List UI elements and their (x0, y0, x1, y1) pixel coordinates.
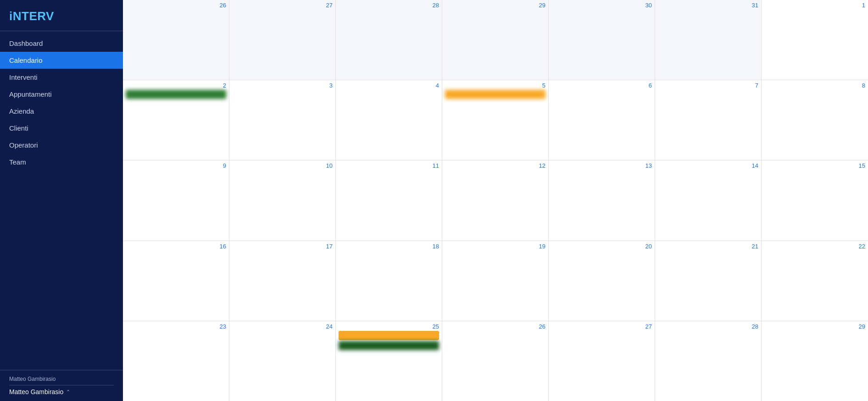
day-number[interactable]: 15 (764, 162, 865, 169)
calendar-day: 31 (655, 0, 762, 80)
day-number[interactable]: 9 (126, 162, 226, 169)
calendar-week-1: 2 345 678 (123, 80, 868, 160)
day-number[interactable]: 24 (232, 323, 333, 330)
calendar-day: 4 (336, 80, 442, 160)
calendar-day: 3 (229, 80, 336, 160)
event-bar[interactable] (445, 90, 545, 99)
calendar-day: 27 (549, 321, 655, 401)
day-number[interactable]: 8 (764, 82, 865, 89)
calendar-day: 7 (655, 80, 762, 160)
calendar-day: 10 (229, 160, 336, 240)
day-number[interactable]: 29 (445, 2, 545, 9)
calendar-week-4: 232425 26272829 (123, 321, 868, 401)
calendar-day: 20 (549, 241, 655, 321)
sidebar-item-dashboard[interactable]: Dashboard (0, 35, 123, 52)
user-name-large-text: Matteo Gambirasio (9, 388, 63, 396)
day-number[interactable]: 10 (232, 162, 333, 169)
calendar-day: 9 (123, 160, 229, 240)
calendar-day: 26 (442, 321, 549, 401)
chevron-up-icon: ⌃ (66, 389, 70, 395)
calendar-day: 6 (549, 80, 655, 160)
day-number[interactable]: 7 (658, 82, 758, 89)
day-number[interactable]: 13 (551, 162, 652, 169)
day-number[interactable]: 22 (764, 243, 865, 250)
calendar-day: 1 (762, 0, 868, 80)
calendar-day: 5 (442, 80, 549, 160)
calendar-day: 25 (336, 321, 442, 401)
calendar-day: 12 (442, 160, 549, 240)
calendar-day: 21 (655, 241, 762, 321)
day-number[interactable]: 19 (445, 243, 545, 250)
sidebar-item-appuntamenti[interactable]: Appuntamenti (0, 86, 123, 103)
calendar-day: 28 (336, 0, 442, 80)
day-number[interactable]: 12 (445, 162, 545, 169)
calendar-day: 8 (762, 80, 868, 160)
day-number[interactable]: 26 (445, 323, 545, 330)
user-name-small: Matteo Gambirasio (9, 376, 114, 382)
calendar-day: 15 (762, 160, 868, 240)
calendar-week-2: 9101112131415 (123, 160, 868, 241)
day-number[interactable]: 25 (339, 323, 439, 330)
app-logo: iNTERV (0, 0, 123, 31)
sidebar-bottom: Matteo Gambirasio Matteo Gambirasio ⌃ (0, 370, 123, 401)
day-number[interactable]: 14 (658, 162, 758, 169)
calendar-day: 2 (123, 80, 229, 160)
sidebar-item-interventi[interactable]: Interventi (0, 69, 123, 86)
calendar-day: 30 (549, 0, 655, 80)
day-number[interactable]: 30 (551, 2, 652, 9)
day-number[interactable]: 6 (551, 82, 652, 89)
day-number[interactable]: 4 (339, 82, 439, 89)
calendar-day: 11 (336, 160, 442, 240)
calendar-week-0: 2627282930311 (123, 0, 868, 80)
day-number[interactable]: 27 (232, 2, 333, 9)
sidebar: iNTERV DashboardCalendarioInterventiAppu… (0, 0, 123, 401)
calendar-day: 29 (762, 321, 868, 401)
calendar-day: 24 (229, 321, 336, 401)
calendar-day: 22 (762, 241, 868, 321)
day-number[interactable]: 31 (658, 2, 758, 9)
calendar-day: 14 (655, 160, 762, 240)
day-number[interactable]: 28 (658, 323, 758, 330)
sidebar-nav: DashboardCalendarioInterventiAppuntament… (0, 35, 123, 370)
event-bar[interactable] (126, 90, 226, 99)
day-number[interactable]: 21 (658, 243, 758, 250)
day-number[interactable]: 16 (126, 243, 226, 250)
sidebar-item-calendario[interactable]: Calendario (0, 52, 123, 69)
calendar-day: 28 (655, 321, 762, 401)
calendar-grid: 26272829303112 345 678910111213141516171… (123, 0, 868, 401)
day-number[interactable]: 5 (445, 82, 545, 89)
calendar-day: 18 (336, 241, 442, 321)
calendar-day: 29 (442, 0, 549, 80)
day-number[interactable]: 3 (232, 82, 333, 89)
day-number[interactable]: 2 (126, 82, 226, 89)
calendar-week-3: 16171819202122 (123, 241, 868, 321)
sidebar-item-clienti[interactable]: Clienti (0, 120, 123, 137)
day-number[interactable]: 26 (126, 2, 226, 9)
sidebar-item-operatori[interactable]: Operatori (0, 137, 123, 154)
calendar-day: 27 (229, 0, 336, 80)
event-bar[interactable] (339, 341, 439, 350)
sidebar-item-azienda[interactable]: Azienda (0, 103, 123, 120)
day-number[interactable]: 28 (339, 2, 439, 9)
day-number[interactable]: 20 (551, 243, 652, 250)
day-number[interactable]: 27 (551, 323, 652, 330)
user-menu-trigger[interactable]: Matteo Gambirasio ⌃ (9, 388, 114, 396)
calendar-day: 26 (123, 0, 229, 80)
calendar-day: 13 (549, 160, 655, 240)
calendar-day: 19 (442, 241, 549, 321)
calendar-day: 16 (123, 241, 229, 321)
day-number[interactable]: 29 (764, 323, 865, 330)
day-number[interactable]: 1 (764, 2, 865, 9)
day-number[interactable]: 18 (339, 243, 439, 250)
calendar-day: 23 (123, 321, 229, 401)
day-number[interactable]: 17 (232, 243, 333, 250)
event-bar[interactable] (339, 331, 439, 340)
day-number[interactable]: 23 (126, 323, 226, 330)
sidebar-item-team[interactable]: Team (0, 154, 123, 170)
calendar-day: 17 (229, 241, 336, 321)
calendar-area: 26272829303112 345 678910111213141516171… (123, 0, 868, 401)
day-number[interactable]: 11 (339, 162, 439, 169)
